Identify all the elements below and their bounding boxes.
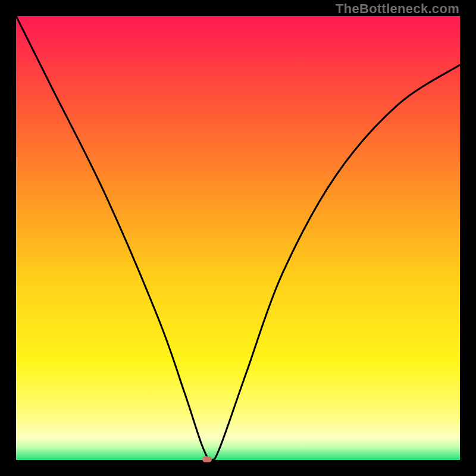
plot-area bbox=[16, 16, 460, 460]
watermark-text: TheBottleneck.com bbox=[336, 1, 459, 17]
bottleneck-curve bbox=[16, 16, 460, 460]
optimal-point-marker bbox=[202, 456, 212, 462]
